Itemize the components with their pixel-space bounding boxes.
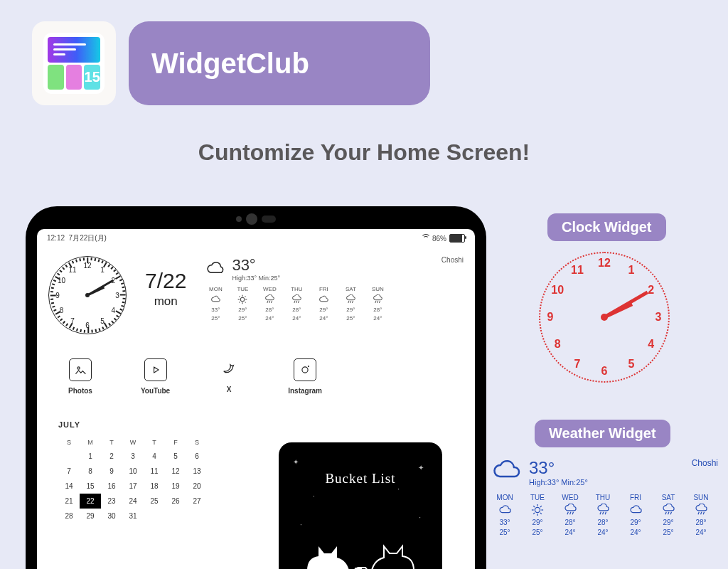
svg-line-38 [600,512,601,515]
clock-widget-label: Clock Widget [547,213,666,241]
app-logo: 15 [32,21,116,105]
svg-line-16 [350,301,351,303]
app-label: YouTube [141,387,170,395]
svg-line-42 [668,512,669,515]
svg-line-15 [348,301,349,303]
svg-line-8 [240,302,241,303]
svg-line-12 [294,301,295,303]
logo-number: 15 [84,65,100,90]
tablet-mockup: 12:12 7月22日(月) 86% 123456789101112 7/22 … [26,206,486,569]
forecast-day: FRI29°24° [313,286,334,321]
svg-rect-21 [75,365,86,376]
svg-line-35 [567,512,568,515]
svg-line-19 [378,301,378,303]
status-date: 7月22日(月) [69,234,107,242]
promo-weather-temp: 33° [529,458,588,478]
svg-line-18 [375,301,376,303]
forecast-row: MON33°25°TUE29°25°WED28°24°THU28°24°FRI2… [205,286,464,321]
app-youtube[interactable]: YouTube [141,358,170,395]
weather-hilo: High:33° Min:25° [232,275,280,282]
svg-line-40 [605,512,606,515]
svg-line-44 [698,512,699,515]
svg-line-20 [380,301,380,303]
svg-marker-23 [154,367,159,373]
status-bar: 12:12 7月22日(月) 86% [37,229,475,243]
svg-line-33 [540,506,542,507]
forecast-day: FRI29°24° [621,494,650,536]
photo-icon [69,358,92,381]
svg-line-10 [269,301,270,303]
forecast-day: THU28°24° [589,494,617,536]
forecast-day: WED28°24° [259,286,280,321]
calendar-month: JULY [58,420,208,429]
app-label: Instagram [288,387,322,395]
app-x[interactable]: X [218,358,240,395]
forecast-day: MON33°25° [491,494,519,536]
weather-widget[interactable]: 33° High:33° Min:25° Choshi MON33°25°TUE… [205,256,464,321]
svg-line-37 [572,512,573,515]
forecast-day: TUE29°25° [232,286,253,321]
svg-point-22 [77,367,80,369]
date-widget[interactable]: 7/22 mon [145,269,186,309]
forecast-day: SUN28°24° [367,286,388,321]
cats-illustration [279,528,442,569]
svg-line-9 [267,301,268,303]
forecast-day: TUE29°25° [523,494,552,536]
clock-widget[interactable]: 123456789101112 [48,256,127,334]
promo-weather-hilo: High:33° Min:25° [529,478,588,486]
camera-icon [294,358,316,381]
cloud-icon [205,262,226,276]
forecast-day: THU28°24° [286,286,307,321]
app-row: PhotosYouTubeXInstagram [68,358,475,395]
forecast-day: MON33°25° [205,286,226,321]
app-photos[interactable]: Photos [68,358,92,395]
forecast-day: SUN28°24° [687,494,715,536]
battery-icon [449,234,465,243]
app-instagram[interactable]: Instagram [288,358,322,395]
date-main: 7/22 [145,269,186,292]
svg-line-5 [240,296,241,297]
weather-widget-label: Weather Widget [535,420,670,447]
weather-location: Choshi [441,256,464,264]
app-label: Photos [68,387,92,395]
weather-temp: 33° [232,256,280,275]
promo-weather-location: Choshi [692,458,718,468]
svg-line-14 [299,301,299,303]
bird-icon [218,358,240,380]
svg-point-24 [302,367,308,373]
svg-line-13 [296,301,297,303]
app-label: X [227,385,232,393]
svg-line-34 [533,513,535,514]
svg-point-26 [535,507,540,512]
svg-line-6 [245,302,246,303]
svg-line-45 [701,512,702,515]
svg-line-11 [272,301,272,303]
cloud-icon [491,458,522,482]
tagline: Cuntomize Your Home Screen! [0,139,728,166]
svg-line-39 [603,512,604,515]
wifi-icon [421,234,429,243]
svg-line-43 [670,512,671,515]
forecast-day: SAT29°25° [340,286,361,321]
svg-line-32 [540,513,542,514]
weather-widget-preview[interactable]: 33° High:33° Min:25° Choshi MON33°25°TUE… [491,458,718,536]
svg-line-41 [665,512,666,515]
brand-title: WidgetClub [129,21,430,105]
svg-line-7 [245,296,246,297]
clock-widget-preview[interactable]: 123456789101112 [539,252,670,383]
svg-point-25 [308,366,309,367]
forecast-day: SAT29°25° [654,494,682,536]
svg-line-46 [703,512,704,515]
svg-point-0 [241,297,245,302]
status-time: 12:12 [47,234,65,242]
svg-line-36 [570,512,571,515]
youtube-icon [144,358,167,381]
promo-forecast-row: MON33°25°TUE29°25°WED28°24°THU28°24°FRI2… [491,494,718,536]
svg-line-31 [533,506,535,507]
bucket-list-widget[interactable]: ✦✦ ·· ·· Bucket List [279,442,442,569]
calendar-widget[interactable]: JULY SMTWTFS1234567891011121314151617181… [58,420,208,523]
svg-line-17 [353,301,353,303]
battery-pct: 86% [432,235,446,243]
calendar-grid: SMTWTFS123456789101112131415161718192021… [58,436,208,523]
forecast-day: WED28°24° [556,494,584,536]
